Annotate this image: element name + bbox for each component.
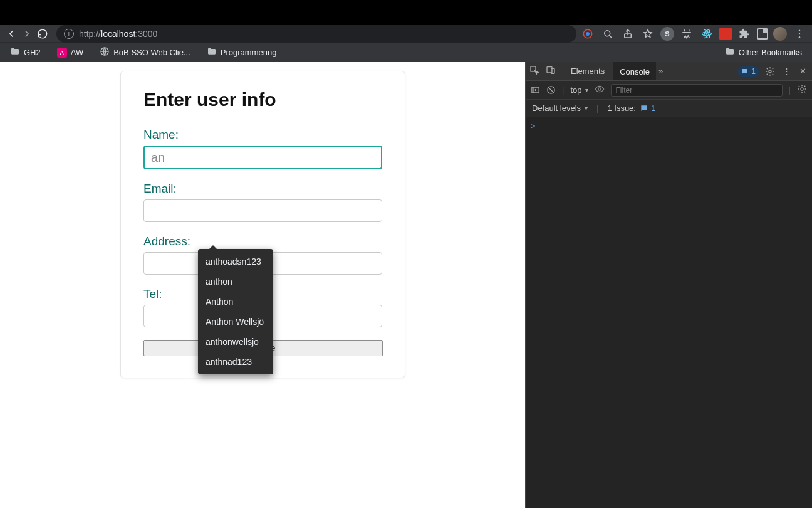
svg-point-15 <box>769 70 771 73</box>
svg-point-1 <box>586 32 590 36</box>
name-input[interactable] <box>143 146 382 169</box>
issues-count: 1 <box>651 103 655 113</box>
extensions-icon[interactable] <box>737 26 752 41</box>
address-label: Address: <box>143 235 382 248</box>
autocomplete-dropdown: anthoadsn123 anthon Anthon Anthon Wellsj… <box>198 249 273 374</box>
devtools-panel: Elements Console » 1 ⋮ ✕ | <box>525 62 812 508</box>
browser-toolbar: i http://localhost:3000 S <box>0 25 812 42</box>
bookmark-item[interactable]: Programmering <box>203 44 281 61</box>
clear-console-icon[interactable] <box>546 85 556 95</box>
form-title: Enter user info <box>143 89 382 110</box>
console-levelsbar: Default levels | 1 Issue: 1 <box>526 100 812 117</box>
extension-s-icon[interactable]: S <box>660 27 674 41</box>
svg-point-9 <box>799 33 800 34</box>
profile-avatar[interactable] <box>773 27 787 41</box>
bookmark-item[interactable]: GH2 <box>6 44 44 61</box>
autocomplete-item[interactable]: anthoadsn123 <box>198 251 273 272</box>
svg-point-10 <box>799 36 800 38</box>
bookmark-item[interactable]: BoB SSO Web Clie... <box>96 44 194 61</box>
autocomplete-item[interactable]: anthon <box>198 272 273 292</box>
globe-icon <box>100 46 110 58</box>
devtools-settings-icon[interactable] <box>764 66 776 77</box>
console-body[interactable]: > <box>526 117 812 508</box>
url-text: http://localhost:3000 <box>79 29 157 39</box>
log-levels-selector[interactable]: Default levels <box>532 103 588 113</box>
console-prompt: > <box>531 122 535 130</box>
email-input[interactable] <box>143 199 382 222</box>
extension-react-icon[interactable] <box>699 26 714 41</box>
autocomplete-item[interactable]: Anthon <box>198 292 273 312</box>
console-filter-input[interactable] <box>611 84 782 97</box>
devtools-more-icon[interactable]: ⋮ <box>781 66 792 76</box>
autocomplete-item[interactable]: anthonwellsjo <box>198 332 273 352</box>
svg-point-7 <box>706 33 707 34</box>
tab-elements[interactable]: Elements <box>565 62 611 80</box>
star-icon[interactable] <box>640 26 655 41</box>
browser-tabstrip <box>0 0 812 25</box>
zoom-icon[interactable] <box>600 26 615 41</box>
menu-icon[interactable] <box>792 26 807 41</box>
issues-label: 1 Issue: <box>607 103 636 113</box>
bookmark-item[interactable]: A AW <box>53 45 87 60</box>
bookmark-label: Programmering <box>221 48 277 57</box>
bookmarks-bar: GH2 A AW BoB SSO Web Clie... Programmeri… <box>0 42 812 62</box>
autocomplete-item[interactable]: anthnad123 <box>198 352 273 372</box>
google-icon[interactable] <box>580 26 595 41</box>
message-count-badge[interactable]: 1 <box>737 66 759 77</box>
tab-console[interactable]: Console <box>613 62 656 80</box>
aw-icon: A <box>57 48 67 58</box>
issues-link[interactable]: 1 Issue: 1 <box>607 103 655 113</box>
svg-point-8 <box>799 29 800 31</box>
message-count: 1 <box>751 67 756 76</box>
back-button[interactable] <box>5 25 17 43</box>
console-filterbar: | top | <box>526 81 812 100</box>
bookmark-label: GH2 <box>24 48 41 57</box>
devtools-tabs: Elements Console » 1 ⋮ ✕ <box>526 62 812 81</box>
panel-toggle-icon[interactable] <box>757 28 768 40</box>
folder-icon <box>725 46 735 58</box>
share-icon[interactable] <box>620 26 635 41</box>
page-viewport: Enter user info Name: Email: Address: Te… <box>0 62 525 508</box>
inspect-icon[interactable] <box>529 65 539 77</box>
address-bar[interactable]: i http://localhost:3000 <box>56 25 576 43</box>
console-settings-icon[interactable] <box>797 84 807 96</box>
svg-point-19 <box>801 88 803 90</box>
tabs-overflow-icon[interactable]: » <box>658 66 663 76</box>
email-label: Email: <box>143 182 382 196</box>
bookmark-label: BoB SSO Web Clie... <box>113 48 190 57</box>
bookmark-label: AW <box>71 48 83 57</box>
devtools-close-icon[interactable]: ✕ <box>797 66 808 76</box>
extension-tool-icon[interactable] <box>679 26 694 41</box>
autocomplete-item[interactable]: Anthon Wellsjö <box>198 312 273 332</box>
svg-point-18 <box>598 88 601 90</box>
device-toggle-icon[interactable] <box>546 65 556 77</box>
console-sidebar-toggle-icon[interactable] <box>531 85 540 95</box>
svg-point-2 <box>605 30 610 36</box>
live-expression-icon[interactable] <box>595 84 605 96</box>
forward-button[interactable] <box>21 25 33 43</box>
extension-red-icon[interactable] <box>719 28 732 40</box>
reload-button[interactable] <box>37 25 49 43</box>
other-bookmarks-label: Other Bookmarks <box>739 48 802 57</box>
site-info-icon[interactable]: i <box>64 29 74 39</box>
console-context-selector[interactable]: top <box>570 85 588 95</box>
folder-icon <box>10 46 20 58</box>
folder-icon <box>207 46 217 58</box>
name-label: Name: <box>143 128 382 142</box>
other-bookmarks[interactable]: Other Bookmarks <box>721 44 806 61</box>
